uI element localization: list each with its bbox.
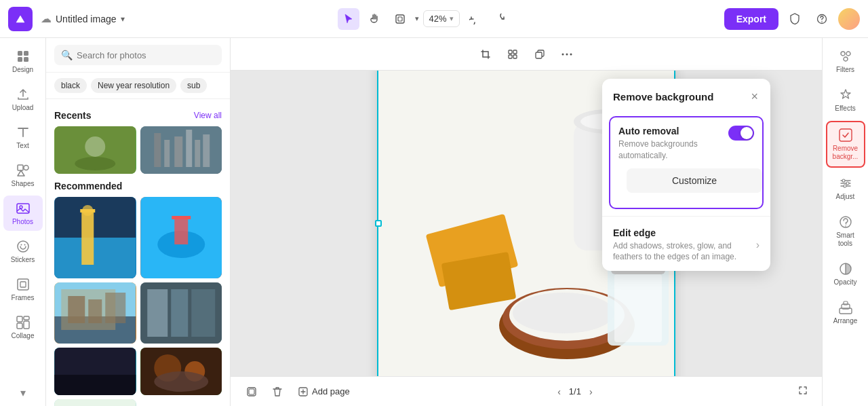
cloud-save-icon: ☁ — [41, 12, 52, 25]
sidebar-collage-label: Collage — [12, 332, 35, 339]
left-panel: 🔍 black New year resolution sub Recents … — [46, 38, 231, 406]
title-dropdown-icon[interactable]: ▾ — [121, 14, 125, 24]
rec-photo-5[interactable] — [54, 348, 136, 395]
edit-edge-row[interactable]: Edit edge Add shadows, strokes, glow, an… — [602, 219, 770, 272]
sidebar-shapes-label: Shapes — [12, 180, 35, 187]
recent-photo-1[interactable] — [54, 126, 136, 174]
svg-rect-43 — [68, 296, 85, 323]
user-avatar[interactable] — [838, 8, 860, 30]
right-panel-item-arrange[interactable]: Arrange — [826, 295, 865, 331]
help-button[interactable] — [811, 8, 833, 30]
svg-rect-27 — [174, 136, 182, 167]
svg-point-89 — [844, 185, 846, 187]
popup-divider — [602, 216, 770, 217]
view-all-recents[interactable]: View all — [194, 111, 222, 120]
add-page-label: Add page — [312, 386, 350, 396]
svg-rect-1 — [398, 17, 402, 21]
select-tool-button[interactable] — [338, 8, 359, 30]
rec-photo-6[interactable] — [140, 348, 222, 395]
svg-rect-15 — [18, 279, 28, 290]
recent-photo-2[interactable] — [140, 126, 222, 174]
rec-photo-4[interactable] — [140, 282, 222, 344]
rec-photo-1[interactable] — [54, 197, 136, 278]
svg-rect-59 — [509, 55, 512, 58]
svg-rect-4 — [18, 51, 22, 56]
svg-rect-29 — [195, 140, 200, 167]
sidebar-collapse-button[interactable]: ▾ — [15, 384, 31, 401]
edit-edge-desc: Add shadows, strokes, glow, and feathers… — [613, 240, 756, 263]
copy-button[interactable] — [529, 43, 551, 65]
search-input[interactable] — [77, 50, 215, 60]
svg-point-35 — [82, 205, 93, 216]
sidebar-item-stickers[interactable]: Stickers — [3, 234, 43, 269]
redo-button[interactable] — [490, 8, 511, 30]
recents-section-header: Recents View all — [54, 110, 222, 121]
svg-point-23 — [75, 157, 115, 170]
svg-point-55 — [154, 371, 208, 392]
right-panel-item-filters[interactable]: Filters — [826, 43, 865, 79]
sidebar-item-shapes[interactable]: Shapes — [3, 158, 43, 193]
rec-photo-7[interactable] — [54, 399, 136, 406]
sidebar-item-design[interactable]: Design — [3, 43, 43, 79]
sidebar-item-collage[interactable]: Collage — [3, 310, 43, 345]
svg-rect-19 — [24, 321, 29, 329]
right-panel-item-remove-bg[interactable]: Removebackgr... — [826, 121, 865, 168]
svg-point-91 — [845, 225, 846, 227]
svg-rect-26 — [164, 140, 170, 167]
sidebar-item-frames[interactable]: Frames — [3, 272, 43, 307]
search-input-wrap[interactable]: 🔍 — [54, 45, 222, 65]
svg-point-65 — [570, 53, 572, 55]
add-element-button[interactable] — [241, 382, 262, 402]
shield-icon-button[interactable] — [784, 8, 806, 30]
next-page-button[interactable]: › — [587, 384, 595, 400]
svg-rect-81 — [249, 389, 254, 394]
svg-point-9 — [24, 166, 28, 170]
zoom-dropdown-icon: ▾ — [450, 14, 454, 23]
zoom-control[interactable]: 42% ▾ — [423, 10, 460, 27]
svg-point-84 — [846, 52, 850, 56]
right-panel-item-effects[interactable]: Effects — [826, 82, 865, 118]
undo-button[interactable] — [464, 8, 486, 30]
frame-tool-button[interactable] — [389, 8, 411, 30]
search-icon: 🔍 — [61, 50, 73, 60]
frame-dropdown-icon[interactable]: ▾ — [415, 14, 419, 23]
customize-button[interactable]: Customize — [627, 168, 762, 193]
fullscreen-button[interactable] — [795, 382, 811, 401]
arrange-label: Arrange — [833, 317, 858, 325]
svg-rect-51 — [54, 375, 136, 395]
filter-tag-black[interactable]: black — [54, 78, 87, 93]
sidebar-item-text[interactable]: Text — [3, 119, 43, 155]
right-panel-item-adjust[interactable]: Adjust — [826, 170, 865, 206]
popup-close-button[interactable]: × — [749, 88, 760, 105]
hand-tool-button[interactable] — [363, 8, 385, 30]
doc-title[interactable]: Untitled image — [56, 14, 117, 24]
svg-rect-17 — [17, 316, 22, 322]
recommended-title: Recommended — [54, 181, 122, 191]
auto-removal-toggle[interactable] — [728, 126, 754, 141]
grid-button[interactable] — [502, 43, 524, 65]
rec-photo-3[interactable] — [54, 282, 136, 344]
export-button[interactable]: Export — [724, 8, 778, 30]
filter-tag-newyear[interactable]: New year resolution — [91, 78, 176, 93]
page-count: 1/1 — [569, 386, 581, 396]
add-page-button[interactable]: Add page — [293, 384, 355, 399]
svg-rect-30 — [203, 134, 210, 167]
more-options-button[interactable] — [556, 43, 578, 65]
sidebar-item-photos[interactable]: Photos — [3, 196, 43, 231]
svg-rect-5 — [24, 51, 28, 56]
svg-rect-45 — [105, 293, 125, 323]
sidebar-item-upload[interactable]: Upload — [3, 81, 43, 117]
app-logo[interactable] — [8, 7, 33, 31]
svg-rect-18 — [24, 316, 29, 320]
right-panel-item-opacity[interactable]: Opacity — [826, 256, 865, 292]
svg-rect-56 — [54, 399, 136, 406]
prev-page-button[interactable]: ‹ — [555, 384, 564, 400]
filter-tag-sub[interactable]: sub — [180, 78, 207, 93]
delete-button[interactable] — [267, 382, 288, 402]
right-panel-item-smart-tools[interactable]: Smarttools — [826, 209, 865, 253]
svg-rect-38 — [174, 217, 188, 244]
auto-removal-desc: Remove backgrounds automatically. — [618, 139, 728, 162]
rec-photo-2[interactable] — [140, 197, 222, 278]
crop-button[interactable] — [475, 43, 496, 65]
popup-header: Remove background × — [602, 79, 770, 112]
